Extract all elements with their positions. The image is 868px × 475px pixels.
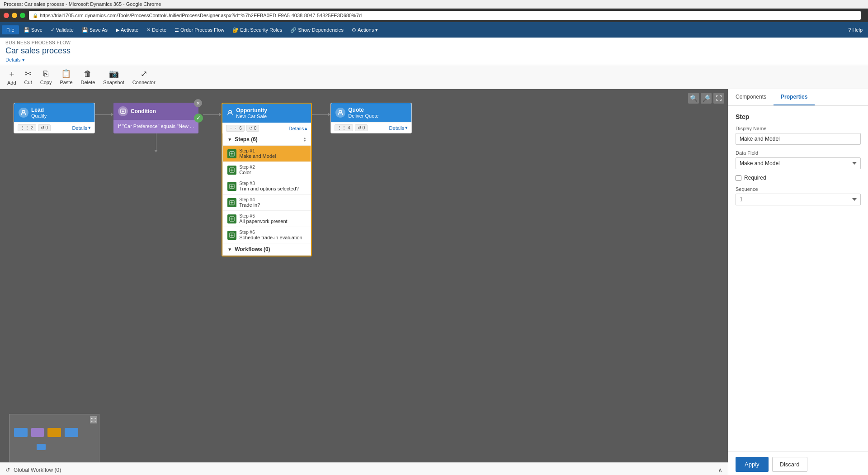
condition-node-title: Condition xyxy=(131,108,156,114)
steps-triangle-icon: ▼ xyxy=(227,137,232,142)
step-1-icon xyxy=(227,149,236,158)
show-dependencies-button[interactable]: 🔗 Show Dependencies xyxy=(287,25,347,35)
quote-flows-badge: ↺ 0 xyxy=(355,124,368,131)
zoom-in-button[interactable]: 🔎 xyxy=(701,93,712,104)
condition-body: If "Car Preference" equals "New ... xyxy=(113,120,198,133)
step-4-icon xyxy=(227,198,236,207)
step-1-item[interactable]: Step #1 Make and Model xyxy=(223,146,311,162)
canvas-area[interactable]: 🔍 🔎 ⛶ Lead Qualify xyxy=(0,89,728,475)
opportunity-node[interactable]: Opportunity New Car Sale ⋮⋮ 6 ↺ 0 xyxy=(222,103,312,256)
quote-node[interactable]: Quote Deliver Quote ⋮⋮ 4 ↺ 0 xyxy=(330,103,412,133)
minimize-window-btn[interactable] xyxy=(12,13,17,18)
opp-steps-icon: ⋮⋮ xyxy=(229,126,238,131)
quote-details-chevron-icon: ▾ xyxy=(405,125,408,131)
condition-node-icon xyxy=(118,106,128,116)
apply-button[interactable]: Apply xyxy=(736,457,769,472)
close-window-btn[interactable] xyxy=(4,13,9,18)
step-3-item[interactable]: Step #3 Trim and options selected? xyxy=(223,178,311,195)
page-title: Car sales process xyxy=(5,46,863,56)
tab-components[interactable]: Components xyxy=(728,89,774,105)
step-6-item[interactable]: Step #6 Schedule trade-in evaluation xyxy=(223,227,311,243)
snapshot-toolbar-button[interactable]: 📷 Snapshot xyxy=(99,67,127,86)
step-2-item[interactable]: Step #2 Color xyxy=(223,162,311,178)
browser-title-text: Process: Car sales process - Microsoft D… xyxy=(4,1,161,7)
maximize-window-btn[interactable] xyxy=(20,13,25,18)
paste-toolbar-button[interactable]: 📋 Paste xyxy=(56,67,76,86)
lead-details-button[interactable]: Details ▾ xyxy=(72,125,91,131)
cut-toolbar-button[interactable]: ✂ Cut xyxy=(21,67,36,86)
browser-title-bar: Process: Car sales process - Microsoft D… xyxy=(0,0,868,9)
address-bar[interactable]: 🔒 https://trial1705.crm.dynamics.com/Too… xyxy=(29,11,861,20)
activate-icon: ▶ xyxy=(116,27,119,33)
opp-flows-icon: ↺ xyxy=(249,126,253,131)
delete-toolbar-button[interactable]: 🗑 Delete xyxy=(77,68,99,86)
tab-properties[interactable]: Properties xyxy=(774,89,815,105)
opportunity-details-button[interactable]: Details ▴ xyxy=(289,125,308,131)
steps-panel: ▼ Steps (6) xyxy=(222,133,311,256)
display-name-input[interactable] xyxy=(736,133,861,145)
browser-chrome: 🔒 https://trial1705.crm.dynamics.com/Too… xyxy=(0,9,868,22)
opportunity-chevron-icon: ▴ xyxy=(305,125,307,131)
lead-flows-badge: ↺ 0 xyxy=(38,124,51,131)
data-field-select[interactable]: Make and Model xyxy=(736,157,861,169)
actions-button[interactable]: ⚙ Actions ▾ xyxy=(348,25,382,35)
step-4-item[interactable]: Step #4 Trade in? xyxy=(223,195,311,211)
quote-steps-badge: ⋮⋮ 4 xyxy=(335,124,353,131)
zoom-out-button[interactable]: 🔍 xyxy=(688,93,699,104)
order-process-flow-button[interactable]: ☰ Order Process Flow xyxy=(171,25,228,35)
step-2-content: Step #2 Color xyxy=(239,165,255,175)
nav-toolbar: File 💾 Save ✓ Validate 💾 Save As ▶ Activ… xyxy=(0,22,868,38)
step-3-content: Step #3 Trim and options selected? xyxy=(239,181,299,191)
cut-icon: ✂ xyxy=(25,69,32,79)
bpf-label: BUSINESS PROCESS FLOW xyxy=(5,40,863,45)
minimap: ⛶ xyxy=(9,414,99,468)
details-link[interactable]: Details ▾ xyxy=(5,57,25,62)
required-checkbox[interactable] xyxy=(736,175,741,181)
delete-toolbar-icon: 🗑 xyxy=(84,69,92,79)
snapshot-icon: 📷 xyxy=(109,69,119,79)
display-name-label: Display Name xyxy=(736,126,861,131)
activate-button[interactable]: ▶ Activate xyxy=(112,25,142,35)
edit-security-roles-button[interactable]: 🔐 Edit Security Roles xyxy=(229,25,286,35)
quote-details-button[interactable]: Details ▾ xyxy=(389,125,408,131)
mini-lead-node xyxy=(14,428,28,437)
lead-node-subtitle: Qualify xyxy=(31,113,47,119)
condition-node[interactable]: Condition If "Car Preference" equals "Ne… xyxy=(113,103,198,133)
panel-content: Step Display Name Data Field Make and Mo… xyxy=(728,106,868,451)
connector-toolbar-button[interactable]: ⤢ Connector xyxy=(129,67,159,86)
validate-button[interactable]: ✓ Validate xyxy=(47,25,77,35)
panel-tabs: Components Properties xyxy=(728,89,868,106)
file-button[interactable]: File xyxy=(2,25,19,34)
step-5-item[interactable]: Step #5 All paperwork present xyxy=(223,211,311,227)
fit-view-button[interactable]: ⛶ xyxy=(713,93,724,104)
quote-node-icon xyxy=(335,108,345,118)
condition-node-header: Condition xyxy=(113,103,198,120)
condition-close-button[interactable]: ✕ xyxy=(194,99,202,107)
quote-flows-icon: ↺ xyxy=(358,125,361,130)
help-button[interactable]: ? Help xyxy=(844,25,866,34)
condition-branch-line xyxy=(156,133,156,152)
add-icon: ＋ xyxy=(8,68,16,79)
delete-nav-icon: ✕ xyxy=(146,27,151,33)
condition-check-icon: ✓ xyxy=(194,114,203,123)
save-button[interactable]: 💾 Save xyxy=(20,25,46,35)
flow-nodes-row: Lead Qualify ⋮⋮ 2 ↺ 0 xyxy=(14,103,412,256)
add-toolbar-button[interactable]: ＋ Add xyxy=(4,67,20,87)
lead-node[interactable]: Lead Qualify ⋮⋮ 2 ↺ 0 xyxy=(14,103,95,133)
discard-button[interactable]: Discard xyxy=(772,457,807,472)
delete-button[interactable]: ✕ Delete xyxy=(143,25,170,35)
opportunity-flows-badge: ↺ 0 xyxy=(246,125,259,132)
opportunity-node-title: Opportunity xyxy=(236,107,267,114)
copy-toolbar-button[interactable]: ⎘ Copy xyxy=(37,68,56,86)
sequence-select[interactable]: 1 xyxy=(736,194,861,205)
save-as-button[interactable]: 💾 Save As xyxy=(78,25,111,35)
step-5-content: Step #5 All paperwork present xyxy=(239,214,287,224)
refresh-icon: ↺ xyxy=(5,467,10,473)
step-6-content: Step #6 Schedule trade-in evaluation xyxy=(239,230,302,240)
quote-node-wrapper: Quote Deliver Quote ⋮⋮ 4 ↺ 0 xyxy=(330,103,412,133)
opportunity-node-wrapper: Opportunity New Car Sale ⋮⋮ 6 ↺ 0 xyxy=(222,103,312,256)
main-area: 🔍 🔎 ⛶ Lead Qualify xyxy=(0,89,868,475)
validate-icon: ✓ xyxy=(51,27,55,33)
global-workflow-collapse-button[interactable]: ∧ xyxy=(718,466,722,474)
opportunity-node-icon xyxy=(227,109,233,117)
